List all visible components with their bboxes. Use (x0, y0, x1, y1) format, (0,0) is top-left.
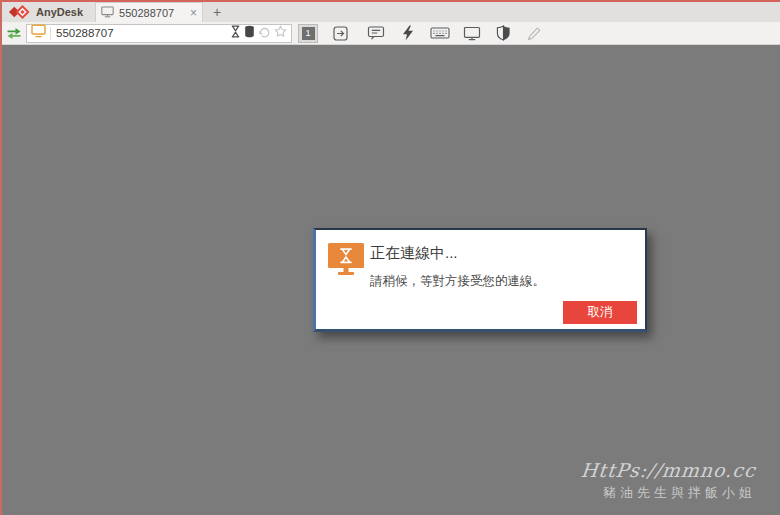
tab-label: 550288707 (119, 7, 190, 19)
dialog-title: 正在連線中... (370, 244, 458, 263)
address-separator (50, 27, 51, 40)
tab-monitor-icon (101, 4, 114, 22)
app-title: AnyDesk (36, 6, 83, 18)
monitor-number: 1 (302, 27, 315, 40)
keyboard-icon[interactable] (428, 26, 452, 40)
new-session-icon[interactable] (328, 25, 352, 42)
favorite-icon (274, 24, 287, 42)
remote-screen-area: 正在連線中... 請稍候，等對方接受您的連線。 取消 HttPs://mmno.… (0, 45, 780, 515)
session-timer-icon (230, 24, 241, 42)
permissions-icon[interactable] (491, 25, 515, 41)
actions-icon[interactable] (396, 25, 420, 41)
session-tab[interactable]: 550288707 × (95, 2, 203, 22)
window-top-border (0, 0, 780, 2)
anydesk-window: AnyDesk 550288707 × + (0, 0, 780, 515)
watermark-caption: 豬油先生與拌飯小姐 (581, 484, 756, 502)
anydesk-logo-icon (8, 4, 32, 20)
connecting-monitor-hourglass-icon (327, 241, 365, 281)
cancel-button[interactable]: 取消 (563, 301, 637, 324)
display-settings-icon[interactable] (460, 26, 484, 41)
address-bar[interactable]: 550288707 (26, 24, 292, 43)
address-value[interactable]: 550288707 (56, 27, 230, 39)
connecting-dialog: 正在連線中... 請稍候，等對方接受您的連線。 取消 (313, 228, 647, 332)
dialog-message: 請稍候，等對方接受您的連線。 (370, 273, 545, 290)
watermark-url: HttPs://mmno.cc (580, 459, 757, 481)
file-manager-icon[interactable] (244, 24, 255, 42)
whiteboard-icon (522, 26, 546, 41)
toolbar: 550288707 (0, 22, 780, 45)
session-switch-icon[interactable] (5, 26, 22, 40)
chat-icon[interactable] (364, 25, 388, 41)
monitor-select-button[interactable]: 1 (298, 24, 318, 43)
tab-close-icon[interactable]: × (190, 7, 197, 19)
new-tab-button[interactable]: + (213, 5, 221, 19)
address-inline-icons (230, 24, 287, 42)
remote-monitor-icon (31, 24, 46, 42)
restart-icon (258, 24, 271, 42)
watermark: HttPs://mmno.cc 豬油先生與拌飯小姐 (581, 459, 756, 502)
tab-bar: AnyDesk 550288707 × + (0, 2, 780, 22)
window-left-border (0, 0, 2, 515)
